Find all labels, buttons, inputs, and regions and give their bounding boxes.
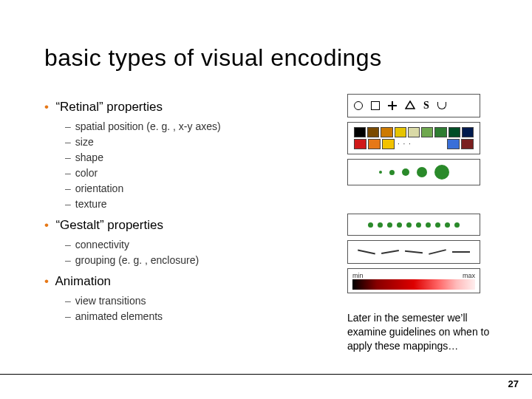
- gradient-max-label: max: [463, 272, 475, 279]
- size-dot-icon: [379, 171, 382, 174]
- bullet-gestalt: • “Gestalt” properties: [44, 218, 332, 233]
- dot-icon: [378, 222, 383, 228]
- color-swatch: [381, 127, 392, 137]
- color-swatch: [461, 139, 474, 149]
- bullet-content: • “Retinal” properties –spatial position…: [44, 94, 332, 353]
- dot-icon: [387, 222, 392, 228]
- sub-item: –color: [65, 166, 332, 181]
- bullet-retinal: • “Retinal” properties: [44, 100, 332, 115]
- gradient-min-label: min: [352, 272, 364, 279]
- sub-item: –connectivity: [65, 237, 332, 253]
- dot-icon: [435, 222, 440, 228]
- line-icon: [381, 250, 399, 254]
- triangle-icon: [405, 99, 415, 112]
- dot-icon: [445, 222, 450, 228]
- color-swatch: [354, 127, 366, 137]
- dot-icon: [416, 222, 421, 228]
- u-shape-icon: [437, 102, 446, 109]
- sub-item: –orientation: [65, 181, 332, 197]
- line-icon: [358, 250, 375, 255]
- dots-line-panel: [347, 214, 480, 236]
- color-swatch: [447, 139, 460, 149]
- line-icon: [405, 250, 423, 253]
- colors-panel: · · ·: [347, 122, 480, 154]
- sub-item: –texture: [65, 197, 332, 212]
- dot-icon: [426, 222, 431, 228]
- sub-item: –grouping (e. g. , enclosure): [65, 253, 332, 268]
- dot-icon: [406, 222, 412, 228]
- square-icon: [371, 101, 380, 110]
- size-dot-icon: [434, 165, 449, 180]
- footer-bar: 27: [0, 374, 532, 393]
- sub-item: –animated elements: [65, 309, 332, 324]
- shapes-panel: S: [347, 94, 480, 117]
- color-swatch: [395, 127, 406, 137]
- bullet-animation: • Animation: [44, 274, 332, 289]
- color-swatch: [368, 139, 381, 149]
- color-swatch: [434, 127, 446, 137]
- sub-item: –view transitions: [65, 293, 332, 309]
- circle-icon: [354, 101, 363, 110]
- side-note: Later in the semester we’ll examine guid…: [347, 311, 491, 353]
- gradient-panel: min max: [347, 268, 480, 293]
- color-swatch: [382, 139, 395, 149]
- illustration-column: S · · ·: [347, 94, 495, 353]
- color-swatch: [367, 127, 379, 137]
- sub-item: –spatial position (e. g. , x-y axes): [65, 119, 332, 134]
- page-number: 27: [508, 378, 519, 389]
- color-swatch: [408, 127, 420, 137]
- color-swatch: [421, 127, 433, 137]
- ellipsis-icon: · · ·: [396, 139, 413, 149]
- gradient-bar: [352, 279, 475, 290]
- dot-icon: [454, 222, 460, 228]
- color-swatch: [449, 127, 460, 137]
- s-glyph-icon: S: [423, 100, 429, 112]
- lines-panel: [347, 240, 480, 264]
- svg-marker-0: [406, 101, 415, 109]
- dot-icon: [397, 222, 402, 228]
- size-panel: [347, 159, 480, 185]
- plus-icon: [388, 101, 397, 110]
- sub-item: –size: [65, 134, 332, 150]
- color-swatch: [462, 127, 474, 137]
- dot-icon: [368, 222, 373, 228]
- line-icon: [429, 249, 446, 255]
- size-dot-icon: [389, 170, 395, 175]
- color-swatch: [354, 139, 366, 149]
- size-dot-icon: [402, 168, 409, 176]
- line-icon: [452, 251, 470, 253]
- slide-title: basic types of visual encodings: [44, 44, 495, 72]
- size-dot-icon: [417, 167, 427, 177]
- sub-item: –shape: [65, 150, 332, 166]
